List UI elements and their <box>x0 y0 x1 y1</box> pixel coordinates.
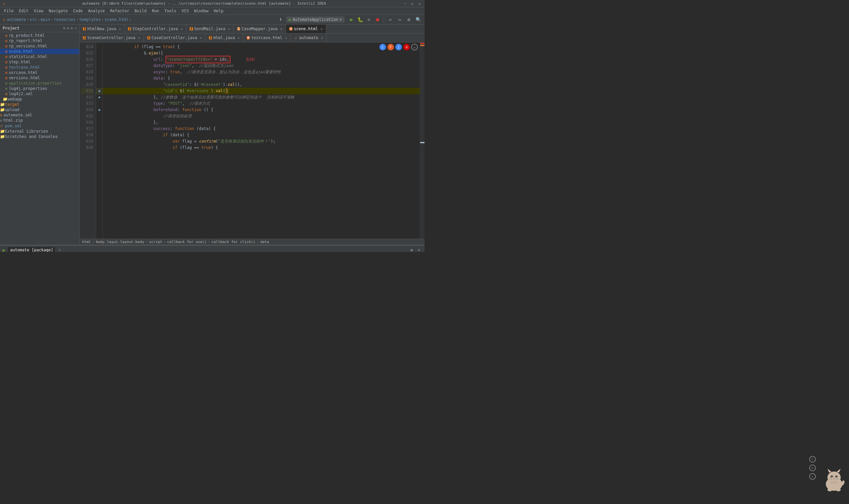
tree-item-scene[interactable]: ⊞ scene.html <box>0 49 79 54</box>
menu-tools[interactable]: Tools <box>162 8 179 14</box>
tree-item-external-libs[interactable]: 📁 External Libraries <box>0 129 79 134</box>
tab-close-htmlnew[interactable]: ✕ <box>119 27 121 31</box>
search-everywhere-button[interactable]: 🔍 <box>415 16 422 23</box>
warning-marker <box>420 45 424 46</box>
tree-item-automate-iml[interactable]: ⊞ automate.iml <box>0 112 79 118</box>
tab-testcase[interactable]: H testcase.html ✕ <box>243 34 291 42</box>
run-tab-package[interactable]: automate [package] <box>8 247 55 252</box>
menu-refactor[interactable]: Refactor <box>107 8 132 14</box>
menu-navigate[interactable]: Navigate <box>46 8 71 14</box>
run-config-selector[interactable]: ▶ AutomateApplication ▾ <box>286 17 345 22</box>
settings-button[interactable]: ⚙ <box>405 16 413 23</box>
run-minimize-icon[interactable]: ⬇ <box>416 247 422 252</box>
breadcrumb-templates[interactable]: templates <box>79 17 101 22</box>
tab-close-testcase[interactable]: ✕ <box>285 36 287 40</box>
code-line-826: url: "scene/report?ids=" + ids, 去掉/ <box>103 56 420 63</box>
tree-item-log4j2[interactable]: ⊞ log4j2.xml <box>0 91 79 96</box>
tree-item-rp-report[interactable]: ⊞ rp_report.html <box>0 38 79 43</box>
run-icon[interactable]: ▶ <box>3 247 5 252</box>
sidebar-add-icon[interactable]: ⊕ <box>63 26 65 31</box>
stop-button[interactable]: ⏹ <box>374 16 381 23</box>
project-icon: ⚡ <box>3 17 5 22</box>
git-pull-button[interactable]: ⬇ <box>277 16 284 23</box>
sidebar-settings-icon[interactable]: ⚙ <box>67 26 69 31</box>
tree-item-webapp[interactable]: 📁 webapp <box>0 96 79 102</box>
menu-view[interactable]: View <box>31 8 46 14</box>
title-bar: ⚡ automate [D:\Work Files\Code\automate]… <box>0 0 424 7</box>
tree-item-upload[interactable]: 📁 upload <box>0 107 79 112</box>
breadcrumb-src[interactable]: src <box>30 17 37 22</box>
chrome-icon[interactable]: C <box>379 44 386 50</box>
toolbar-separator <box>384 17 384 22</box>
firefox-icon[interactable]: F <box>387 44 394 50</box>
run-tab-close[interactable]: ✕ <box>58 248 61 252</box>
tab-casecontroller[interactable]: J CaseController.java ✕ <box>144 34 205 42</box>
tree-item-rp-product[interactable]: ⊞ rp_product.html <box>0 33 79 38</box>
main-layout: Project ⊕ ⚙ ≡ ◁ ⊞ rp_product.html ⊞ rp_r… <box>0 24 424 245</box>
folder-icon: 📁 <box>0 134 5 139</box>
tree-item-html-zip[interactable]: ⊞ html.zip <box>0 118 79 123</box>
code-editor[interactable]: 824 825 826 827 828 829 830 831 832 833 … <box>79 42 424 239</box>
tab-close-html[interactable]: ✕ <box>237 36 240 40</box>
tree-item-target[interactable]: 📁 target <box>0 102 79 107</box>
tab-casemapper[interactable]: I CaseMapper.java ✕ <box>234 24 286 33</box>
menu-code[interactable]: Code <box>71 8 86 14</box>
tree-item-statistical[interactable]: ⊞ statistical.html <box>0 54 79 59</box>
redo-button[interactable]: ↪ <box>396 16 403 23</box>
tree-item-testcase[interactable]: ⊞ testcase.html <box>0 65 79 70</box>
tree-item-scratches[interactable]: 📁 Scratches and Consoles <box>0 134 79 139</box>
breadcrumb-main[interactable]: main <box>40 17 50 22</box>
tab-close-casecontroller[interactable]: ✕ <box>200 36 202 40</box>
breadcrumb-resources[interactable]: resources <box>54 17 76 22</box>
menu-file[interactable]: File <box>1 8 16 14</box>
tab-close-automate[interactable]: ✕ <box>321 36 323 40</box>
tree-item-step[interactable]: ⊞ step.html <box>0 59 79 65</box>
breadcrumb-scene-html[interactable]: scene.html <box>105 17 128 22</box>
tab-html[interactable]: J Html.java ✕ <box>205 34 243 42</box>
tab-stepcontroller[interactable]: J StepController.java ✕ <box>125 24 186 33</box>
tree-item-pom[interactable]: ㎡ pom.xml <box>0 123 79 129</box>
menu-vcs[interactable]: VCS <box>179 8 192 14</box>
tab-automate[interactable]: ㎡ automate ✕ <box>291 34 327 42</box>
menu-build[interactable]: Build <box>132 8 149 14</box>
coverage-button[interactable]: ⊕ <box>365 16 373 23</box>
tab-sendmail[interactable]: J SendMail.java ✕ <box>186 24 234 33</box>
menu-help[interactable]: Help <box>211 8 226 14</box>
tree-item-app-properties[interactable]: ⊞ application.properties <box>0 80 79 86</box>
tab-close-scene[interactable]: ✕ <box>320 27 323 31</box>
run-button[interactable]: ▶ <box>348 16 355 23</box>
ie-icon[interactable]: I <box>395 44 402 50</box>
bottom-panel: ▶ automate [package] ✕ ⚙ ⬇ ▶ ↑ ↓ 📌 ⏹ ☰ 🗑… <box>0 245 424 252</box>
tab-scene-html[interactable]: H scene.html ✕ <box>286 24 326 33</box>
maximize-button[interactable]: □ <box>410 1 415 6</box>
menu-run[interactable]: Run <box>149 8 162 14</box>
tree-item-versions[interactable]: ⊞ versions.html <box>0 75 79 80</box>
run-settings-icon[interactable]: ⚙ <box>409 247 415 252</box>
tab-close-scenecontroller[interactable]: ✕ <box>138 36 140 40</box>
menu-window[interactable]: Window <box>191 8 211 14</box>
undo-button[interactable]: ↩ <box>387 16 394 23</box>
tab-close-step[interactable]: ✕ <box>180 27 183 31</box>
tree-item-usrcase[interactable]: ⊞ usrcase.html <box>0 70 79 75</box>
tab-scenecontroller[interactable]: J SceneController.java ✕ <box>79 34 144 42</box>
menu-analyze[interactable]: Analyze <box>85 8 107 14</box>
debug-button[interactable]: 🐛 <box>357 16 364 23</box>
sidebar-gear-icon[interactable]: ≡ <box>71 26 73 31</box>
tab-close-sendmail[interactable]: ✕ <box>228 27 230 31</box>
sidebar-icons: ⊕ ⚙ ≡ ◁ <box>63 26 77 31</box>
tab-close-casemapper[interactable]: ✕ <box>280 27 283 31</box>
tree-item-log4j[interactable]: ⊞ log4j.properties <box>0 86 79 91</box>
tab-htmlnew[interactable]: J HtmlNew.java ✕ <box>79 24 125 33</box>
opera-icon[interactable]: O <box>403 44 410 50</box>
minimize-button[interactable]: ─ <box>403 1 407 6</box>
close-button[interactable]: ✕ <box>417 1 422 6</box>
window-controls[interactable]: ─ □ ✕ <box>403 1 422 6</box>
java-file-icon: J <box>190 27 193 31</box>
tree-item-rp-versions[interactable]: ⊞ rp_versions.html <box>0 43 79 49</box>
refresh-icon[interactable]: ↻ <box>411 44 418 50</box>
breadcrumb-automate[interactable]: automate <box>7 17 26 22</box>
sidebar-collapse-icon[interactable]: ◁ <box>74 26 77 31</box>
menu-edit[interactable]: Edit <box>16 8 31 14</box>
code-line-827: dataType: "json", //返回格式为json <box>103 63 420 69</box>
code-content[interactable]: if (flag == true) { $.ajax({ url: "scene… <box>103 42 420 239</box>
